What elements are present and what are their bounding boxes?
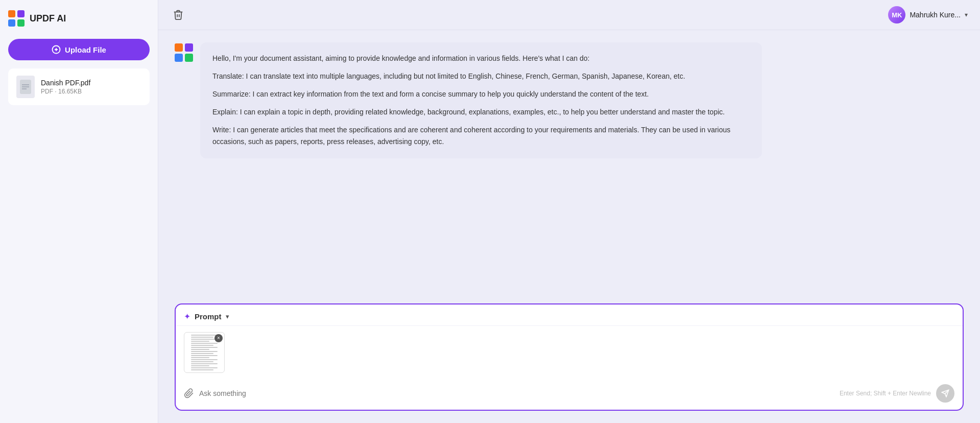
doc-line xyxy=(191,365,209,366)
chevron-down-icon: ▾ xyxy=(965,11,968,18)
header-left xyxy=(171,7,186,22)
message-para-2: Translate: I can translate text into mul… xyxy=(212,70,750,82)
svg-rect-14 xyxy=(185,54,193,62)
doc-line xyxy=(191,353,213,354)
svg-rect-13 xyxy=(175,54,183,62)
doc-line xyxy=(191,363,218,364)
send-icon xyxy=(941,389,949,397)
file-item[interactable]: Danish PDF.pdf PDF · 16.65KB xyxy=(8,68,150,105)
message-para-3: Summarize: I can extract key information… xyxy=(212,88,750,100)
prompt-dropdown-arrow: ▾ xyxy=(226,313,229,320)
assistant-message: Hello, I'm your document assistant, aimi… xyxy=(175,42,964,158)
doc-line xyxy=(191,345,213,346)
input-top-bar: ✦ Prompt ▾ xyxy=(176,304,963,326)
logo-area: UPDF AI xyxy=(8,8,150,31)
doc-line xyxy=(191,367,218,368)
upload-file-button[interactable]: Upload File xyxy=(8,39,150,60)
header: MK Mahrukh Kure... ▾ xyxy=(158,0,980,30)
prompt-dropdown-button[interactable]: ▾ xyxy=(226,313,229,320)
input-hint: Enter Send; Shift + Enter Newline xyxy=(840,390,931,397)
svg-rect-11 xyxy=(175,43,183,52)
upload-button-label: Upload File xyxy=(65,45,106,54)
doc-line xyxy=(191,335,218,336)
delete-button[interactable] xyxy=(171,7,186,22)
plus-circle-icon xyxy=(52,45,61,54)
doc-line xyxy=(191,361,213,362)
doc-line xyxy=(191,337,213,338)
user-name: Mahrukh Kure... xyxy=(910,11,961,19)
main-panel: MK Mahrukh Kure... ▾ Hello, I'm your doc… xyxy=(158,0,980,423)
message-para-4: Explain: I can explain a topic in depth,… xyxy=(212,106,750,118)
updf-logo-icon xyxy=(8,10,25,27)
doc-line xyxy=(191,341,209,342)
doc-line xyxy=(191,355,218,356)
ai-avatar-icon xyxy=(175,43,193,62)
input-container: ✦ Prompt ▾ × xyxy=(158,295,980,423)
prompt-label: Prompt xyxy=(195,312,222,321)
sidebar: UPDF AI Upload File Danish PDF.pdf PDF ·… xyxy=(0,0,158,423)
doc-line xyxy=(191,339,218,340)
svg-rect-2 xyxy=(8,19,15,27)
avatar: MK xyxy=(888,6,905,24)
doc-line xyxy=(191,369,213,370)
svg-rect-3 xyxy=(17,19,25,27)
input-bottom-bar: Enter Send; Shift + Enter Newline xyxy=(176,379,963,410)
sparkle-icon: ✦ xyxy=(184,312,190,321)
chat-input[interactable] xyxy=(199,389,834,397)
preview-thumbnail: × xyxy=(184,332,225,373)
attachment-preview: × xyxy=(176,326,963,379)
message-para-5: Write: I can generate articles that meet… xyxy=(212,124,750,148)
message-bubble: Hello, I'm your document assistant, aimi… xyxy=(200,42,762,158)
app-title: UPDF AI xyxy=(30,13,66,24)
user-menu[interactable]: MK Mahrukh Kure... ▾ xyxy=(888,6,968,24)
avatar-initials: MK xyxy=(892,11,902,19)
attach-button[interactable] xyxy=(184,388,194,398)
doc-line xyxy=(191,343,218,344)
file-meta: PDF · 16.65KB xyxy=(41,88,141,95)
preview-close-button[interactable]: × xyxy=(214,334,223,342)
doc-line xyxy=(191,351,218,352)
chat-area: Hello, I'm your document assistant, aimi… xyxy=(158,30,980,295)
svg-rect-12 xyxy=(185,43,193,52)
paperclip-icon xyxy=(184,388,194,398)
input-box: ✦ Prompt ▾ × xyxy=(175,303,964,411)
file-info: Danish PDF.pdf PDF · 16.65KB xyxy=(41,79,141,95)
svg-rect-1 xyxy=(17,10,25,17)
doc-line xyxy=(191,359,218,360)
file-name: Danish PDF.pdf xyxy=(41,79,141,87)
trash-icon xyxy=(173,9,184,20)
doc-line xyxy=(191,357,209,358)
send-button[interactable] xyxy=(936,384,954,403)
message-para-1: Hello, I'm your document assistant, aimi… xyxy=(212,53,750,64)
doc-line xyxy=(191,349,209,350)
doc-line xyxy=(191,347,218,348)
svg-rect-0 xyxy=(8,10,15,17)
file-icon xyxy=(16,76,35,98)
